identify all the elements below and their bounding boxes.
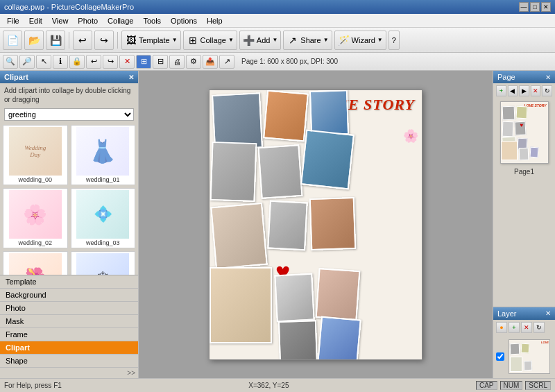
save-icon: 💾 [49,34,62,46]
canvas-area[interactable]: LOVE STORY 🌸 ♥ [139,71,493,378]
tab-shape[interactable]: Shape [0,355,138,368]
zoom-in-button[interactable]: 🔍 [3,55,18,69]
photo-9[interactable] [309,196,357,250]
clipart-item-wedding04[interactable]: 🌺 wedding_04 [3,251,68,275]
clipart-item-wedding00[interactable]: Wedding Day wedding_00 [3,125,68,185]
refresh-page-button[interactable]: ↻ [542,85,552,96]
menu-edit[interactable]: Edit [25,15,46,26]
photo-4[interactable] [210,141,257,201]
lock-button[interactable]: 🔒 [69,55,85,69]
tab-clipart[interactable]: Clipart [0,341,138,355]
redo-button[interactable]: ↪ [94,31,114,50]
save-button[interactable]: 💾 [46,31,65,50]
photo-13[interactable] [278,320,318,360]
photo-7[interactable] [210,202,268,269]
share-button[interactable]: ↗ Share ▼ [283,31,332,50]
collage-button[interactable]: ⊞ Collage ▼ [183,31,237,50]
left-panel: Clipart ✕ Add clipart into collage by do… [0,71,139,378]
photo-3[interactable] [309,90,349,136]
photo-14[interactable] [317,316,361,359]
tab-background[interactable]: Background [0,289,138,302]
page-panel-header: Page ✕ [493,71,555,83]
photo-5[interactable] [257,144,302,198]
status-scrl: SCRL [525,381,551,390]
tab-mask[interactable]: Mask [0,315,138,328]
photo-8[interactable] [267,200,308,250]
info-button[interactable]: ℹ [53,55,68,69]
photo-12[interactable] [316,267,361,320]
layer-thumbnail[interactable]: LOVE [509,339,550,374]
open-icon: 📂 [28,34,40,46]
pointer-button[interactable]: ↖ [36,55,51,69]
close-button[interactable]: ✕ [541,2,551,12]
help-button[interactable]: ? [388,31,400,50]
menu-help[interactable]: Help [203,15,227,26]
layer-visible-button[interactable]: ● [496,322,507,333]
photo-6[interactable] [300,129,355,189]
layer-row[interactable]: LOVE [493,335,555,378]
clipart-item-wedding03[interactable]: 💠 wedding_03 [71,188,136,248]
maximize-button[interactable]: □ [530,2,540,12]
menu-view[interactable]: View [48,15,73,26]
page-thumb-label: Page1 [493,167,555,177]
redo2-button[interactable]: ↪ [103,55,118,69]
tab-photo[interactable]: Photo [0,302,138,315]
category-select[interactable]: greeting wedding birthday holiday [4,108,134,121]
export-button[interactable]: 📤 [203,55,218,69]
undo-button[interactable]: ↩ [73,31,92,50]
share-icon: ↗ [287,34,299,46]
menu-photo[interactable]: Photo [74,15,102,26]
clipart-item-wedding01[interactable]: 👗 wedding_01 [71,125,136,185]
new-button[interactable]: 📄 [3,31,22,50]
zoom-out-button[interactable]: 🔎 [19,55,35,69]
layer-refresh-button[interactable]: ↻ [533,322,545,333]
undo2-button[interactable]: ↩ [86,55,101,69]
tab-panel: Template Background Photo Mask Frame Cli… [0,275,138,378]
photo-11[interactable] [274,273,314,322]
move-page-left[interactable]: ◀ [508,85,518,96]
collage-label: Collage [200,36,226,44]
fit-button[interactable]: ⊟ [153,55,168,69]
flower-decoration: 🌸 [403,128,418,144]
menu-collage[interactable]: Collage [103,15,137,26]
share2-button[interactable]: ↗ [219,55,234,69]
print-button[interactable]: 🖨 [169,55,185,69]
menu-tools[interactable]: Tools [139,15,165,26]
status-cap: CAP [476,381,497,390]
redo-icon: ↪ [98,34,110,46]
layer-delete-button[interactable]: ✕ [521,322,532,333]
delete-button[interactable]: ✕ [119,55,135,69]
move-page-right[interactable]: ▶ [519,85,529,96]
tab-frame[interactable]: Frame [0,328,138,341]
layer-panel-close[interactable]: ✕ [545,309,551,318]
collage-canvas[interactable]: LOVE STORY 🌸 ♥ [209,90,422,360]
clipart-item-wedding05[interactable]: ❄ wedding_05 [71,251,136,275]
minimize-button[interactable]: — [519,2,529,12]
grid-button[interactable]: ⊞ [136,55,151,69]
tab-template[interactable]: Template [0,275,138,289]
delete-page-button[interactable]: ✕ [531,85,541,96]
template-button[interactable]: 🖼 Template ▼ [121,31,181,50]
photo-2[interactable] [263,90,309,142]
menu-file[interactable]: File [3,15,24,26]
layer-controls: ● + ✕ ↻ [493,320,555,335]
clipart-close[interactable]: ✕ [128,74,134,81]
collage-arrow: ▼ [228,37,234,43]
clipart-item-wedding02[interactable]: 🌸 wedding_02 [3,188,68,248]
expand-arrow[interactable]: >> [0,368,138,378]
add-button[interactable]: ➕ Add ▼ [239,31,282,50]
wizard-button[interactable]: 🪄 Wizard ▼ [334,31,386,50]
page-thumbnail[interactable]: LOVE STORY ♥ [500,101,549,164]
photo-10[interactable] [210,267,272,343]
layer-add-button[interactable]: + [509,322,520,333]
layer-panel: Layer ✕ ● + ✕ ↻ LOVE [493,307,555,378]
new-icon: 📄 [6,34,19,46]
open-button[interactable]: 📂 [24,31,44,50]
menu-options[interactable]: Options [166,15,201,26]
page-panel-close[interactable]: ✕ [545,74,551,81]
settings-button[interactable]: ⚙ [186,55,201,69]
layer-checkbox[interactable] [496,352,504,361]
right-panel: Page ✕ + ◀ ▶ ✕ ↻ LOVE STORY [493,71,555,378]
statusbar: For Help, press F1 X=362, Y=25 CAP NUM S… [0,378,555,392]
add-page-button[interactable]: + [496,85,506,96]
